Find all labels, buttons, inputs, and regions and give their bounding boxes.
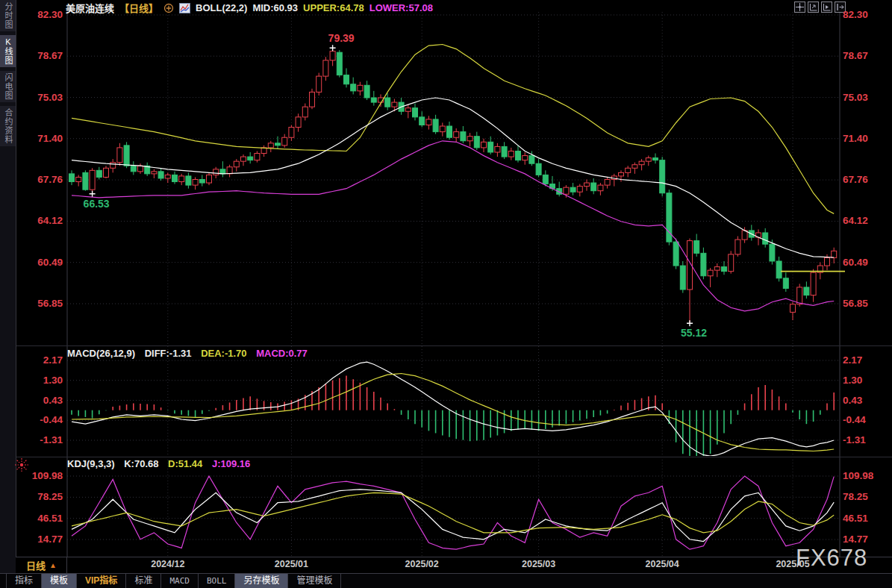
- kdj-k-value: K:70.68: [124, 458, 158, 469]
- month-label: 2024/12: [142, 559, 194, 569]
- axis-label: 46.51: [25, 513, 63, 524]
- bottom-tab-管理模板[interactable]: 管理模板: [288, 574, 341, 588]
- axis-label: -1.31: [843, 434, 880, 445]
- bottom-tab-VIP指标[interactable]: VIP指标: [77, 574, 126, 588]
- price-annotation: 66.53: [84, 198, 110, 210]
- bottom-toolbar: 指标模板VIP指标标准MACDBOLL另存模板管理模板: [0, 573, 892, 588]
- axis-label: 2.17: [843, 354, 880, 366]
- chart-canvas[interactable]: [0, 0, 892, 588]
- main-chart-header: 美原油连续 【日线】 BOLL(22,2) MID:60.93 UPPER:64…: [66, 1, 433, 14]
- period-selector[interactable]: 日线 ▲: [16, 557, 67, 573]
- axis-label: 60.49: [25, 257, 63, 268]
- indicator-name[interactable]: BOLL(22,2): [196, 2, 247, 13]
- cross-marker: [90, 191, 96, 197]
- period-label: 日线: [26, 558, 46, 572]
- sidebar-tab-合约资料[interactable]: 合约资料: [0, 106, 16, 146]
- gridlines: [67, 12, 840, 556]
- month-label: 2025/02: [396, 559, 448, 569]
- candles: [69, 48, 837, 323]
- axis-label: 0.43: [25, 395, 63, 406]
- axis-label: 71.40: [25, 133, 63, 144]
- boll-upper-value: UPPER:64.78: [303, 2, 364, 13]
- axis-label: 78.67: [843, 50, 880, 61]
- bottom-tab-标准[interactable]: 标准: [126, 574, 161, 588]
- axis-label: 67.76: [843, 174, 880, 185]
- axis-label: 56.85: [25, 298, 63, 309]
- kdj-title[interactable]: KDJ(9,3,3): [67, 458, 115, 469]
- axis-label: 56.85: [843, 298, 880, 309]
- month-label: 2025/03: [513, 559, 565, 569]
- axis-label: 82.30: [25, 9, 63, 20]
- cross-marker: [330, 45, 336, 51]
- kdj-j-value: J:109.16: [212, 458, 250, 469]
- axis-label: 78.25: [25, 491, 63, 502]
- macd-title[interactable]: MACD(26,12,9): [67, 348, 135, 359]
- bottom-tab-模板[interactable]: 模板: [42, 574, 77, 588]
- axis-label: -0.44: [25, 414, 63, 425]
- price-annotation: 79.39: [328, 32, 355, 44]
- boll-lower-value: LOWER:57.08: [369, 2, 433, 13]
- axis-label: 78.67: [25, 50, 63, 61]
- macd-macd-value: MACD:0.77: [256, 348, 308, 359]
- axis-label: 64.12: [25, 215, 63, 226]
- axis-label: 82.30: [843, 9, 880, 20]
- axis-zoom-icon[interactable]: [808, 1, 819, 13]
- sidebar-tab-闪电图[interactable]: 闪电图: [0, 71, 16, 102]
- price-annotation: 55.12: [681, 327, 707, 339]
- bottom-tab-MACD[interactable]: MACD: [161, 574, 199, 588]
- circle-plus-icon[interactable]: [163, 3, 174, 13]
- axis-label: 71.40: [843, 133, 880, 144]
- watermark-logo: FX678: [796, 545, 867, 572]
- axis-label: 109.98: [843, 470, 880, 481]
- axis-label: 109.98: [25, 470, 63, 481]
- month-label: 2025/01: [265, 559, 317, 569]
- axis-label: 46.51: [843, 513, 880, 524]
- axis-label: 1.30: [843, 375, 880, 386]
- bottom-tab-BOLL[interactable]: BOLL: [199, 574, 236, 588]
- symbol-name[interactable]: 美原油连续: [66, 1, 114, 15]
- axis-label: 67.76: [25, 174, 63, 185]
- period-tag[interactable]: 【日线】: [119, 1, 158, 15]
- chart-toolbar: [794, 1, 846, 13]
- month-label: 2025/04: [636, 559, 688, 569]
- macd-diff-value: DIFF:-1.31: [145, 348, 192, 359]
- axis-label: 1.30: [25, 375, 63, 386]
- mini-chart-icon[interactable]: [179, 3, 190, 13]
- axis-label: 78.25: [843, 491, 880, 502]
- chart-type-sidebar: 分时图K线图闪电图合约资料: [0, 0, 16, 588]
- axis-play-icon[interactable]: [821, 1, 832, 13]
- boll-mid-value: MID:60.93: [252, 2, 298, 13]
- crosshair-icon[interactable]: [794, 1, 805, 13]
- axis-label: 64.12: [843, 215, 880, 226]
- axis-label: 14.77: [25, 534, 63, 545]
- bottom-tab-另存模板[interactable]: 另存模板: [235, 574, 288, 588]
- axis-label: 75.03: [843, 92, 880, 103]
- panel-frame: [16, 10, 892, 557]
- axis-label: 0.43: [843, 395, 880, 406]
- axis-label: -1.31: [25, 434, 63, 445]
- sidebar-tab-分时图[interactable]: 分时图: [0, 0, 16, 31]
- macd-header: MACD(26,12,9) DIFF:-1.31 DEA:-1.70 MACD:…: [67, 348, 314, 359]
- axis-label: 14.77: [843, 534, 880, 545]
- chevron-up-icon: ▲: [49, 561, 57, 569]
- bottom-tab-指标[interactable]: 指标: [6, 574, 42, 588]
- kdj-d-value: D:51.44: [168, 458, 202, 469]
- axis-label: 60.49: [843, 257, 880, 268]
- axis-label: 2.17: [25, 354, 63, 366]
- kdj-header: KDJ(9,3,3) K:70.68 D:51.44 J:109.16: [67, 458, 257, 469]
- axis-label: 75.03: [25, 92, 63, 103]
- macd-dea-value: DEA:-1.70: [201, 348, 246, 359]
- axis-label: -0.44: [843, 414, 880, 425]
- sidebar-tab-K线图[interactable]: K线图: [0, 35, 16, 67]
- cross-marker: [687, 320, 693, 326]
